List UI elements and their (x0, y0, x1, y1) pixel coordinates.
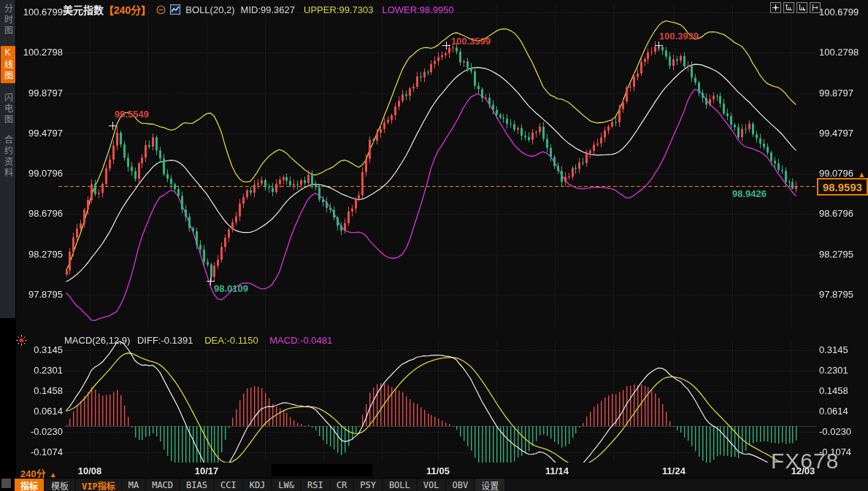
extreme-cross-marker (109, 122, 117, 130)
date-label: 10/17 (195, 465, 219, 476)
toolbar-tab-CR[interactable]: CR (331, 479, 353, 491)
price-tick-left: 98.6796 (18, 208, 63, 219)
boll-mid-value: MID:99.3627 (241, 4, 295, 15)
macd-params: MACD(26,12,9) (64, 335, 130, 346)
sidebar-item-3[interactable]: 合约资料 (1, 135, 15, 179)
price-tick-right: 100.2798 (819, 47, 859, 58)
chart-header: 美元指数 【240分】 BOLL(20,2) MID:99.3627 UPPER… (63, 2, 454, 17)
boll-params: BOLL(20,2) (185, 4, 234, 15)
chart-canvas[interactable] (0, 0, 868, 491)
price-tick-right: 99.8797 (819, 88, 853, 98)
sidebar: 分时图K线图闪电图合约资料 (0, 0, 16, 491)
price-annotation: 100.3599 (451, 36, 491, 47)
pan-right-icon[interactable] (810, 2, 821, 13)
toolbar-tab-KDJ[interactable]: KDJ (244, 479, 272, 491)
price-tick-left: 99.0796 (18, 168, 63, 179)
period-selector[interactable]: 【240分】 (104, 2, 151, 17)
toolbar-tab-LW&[interactable]: LW& (272, 479, 300, 491)
price-tick-left: 100.2798 (18, 47, 63, 58)
date-label: 12/03 (791, 465, 815, 476)
macd-tick-right: 0.2301 (819, 365, 848, 376)
sidebar-menu: 分时图K线图闪电图合约资料 (0, 0, 16, 318)
macd-tick-left: 0.0614 (18, 406, 63, 417)
sidebar-item-1[interactable]: K线图 (1, 46, 15, 83)
price-tick-right: 98.6796 (819, 208, 853, 219)
date-label: 11/05 (426, 465, 450, 476)
price-annotation: 98.9426 (732, 188, 767, 199)
toolbar-tab-PSY[interactable]: PSY (354, 479, 382, 491)
current-price-tag: 98.9593 ▲ (817, 178, 868, 196)
price-annotation: 98.0109 (214, 283, 248, 294)
price-up-arrow-icon: ▲ (858, 170, 866, 179)
macd-dea-value: DEA:-0.1150 (204, 335, 258, 346)
toolbar-tab-MA[interactable]: MA (123, 479, 145, 491)
redacted-label-box (272, 464, 372, 476)
date-label: 10/08 (78, 465, 102, 476)
axis-scale-right-icon[interactable] (796, 2, 807, 13)
date-axis: 240分▲ 10/0810/1711/0511/1411/2412/03 (0, 464, 868, 477)
current-price-value: 98.9593 (823, 181, 862, 193)
macd-tick-right: 0.1458 (819, 385, 848, 396)
price-annotation: 99.5549 (115, 109, 149, 120)
date-label: 11/24 (662, 465, 685, 476)
macd-tick-right: 0.3145 (819, 344, 848, 355)
minus-circle-icon[interactable] (156, 5, 166, 15)
app-window: 分时图K线图闪电图合约资料 美元指数 【240分】 BOLL(20,2) MID… (0, 0, 868, 491)
price-tick-right: 98.2795 (819, 249, 853, 260)
extreme-cross-marker (442, 42, 450, 50)
macd-tick-left: -0.1074 (18, 446, 63, 457)
price-tick-left: 100.6799 (18, 7, 63, 18)
toolbar-tab-模板[interactable]: 模板 (45, 479, 74, 491)
price-tick-left: 98.2795 (18, 249, 63, 260)
price-tick-right: 100.6799 (819, 7, 859, 18)
toolbar-handle[interactable] (1, 479, 11, 488)
macd-tick-right: -0.0230 (819, 426, 851, 437)
macd-diff-value: DIFF:-0.1391 (137, 335, 193, 346)
crosshair-icon[interactable] (770, 2, 781, 13)
boll-upper-value: UPPER:99.7303 (304, 4, 373, 15)
toolbar-tab-MACD[interactable]: MACD (146, 479, 179, 491)
symbol-name: 美元指数 (63, 2, 104, 17)
sidebar-item-2[interactable]: 闪电图 (1, 93, 15, 125)
macd-macd-value: MACD:-0.0481 (269, 335, 332, 346)
toolbar-tab-指标[interactable]: 指标 (15, 479, 44, 491)
price-tick-left: 99.8797 (18, 88, 63, 98)
price-tick-left: 99.4797 (18, 128, 63, 139)
toolbar-tab-设置[interactable]: 设置 (475, 479, 504, 491)
mini-chart-icon[interactable] (170, 4, 180, 15)
macd-tick-left: 0.1458 (18, 385, 63, 396)
indicator-toolbar: 指标模板VIP指标MAMACDBIASCCIKDJLW&RSICRPSYBOLL… (15, 478, 868, 491)
alert-icon[interactable] (16, 335, 27, 349)
price-tick-right: 99.0796 (819, 168, 853, 179)
toolbar-tab-VIP指标[interactable]: VIP指标 (76, 479, 121, 491)
toolbar-tab-VOL[interactable]: VOL (418, 479, 445, 491)
boll-lower-value: LOWER:98.9950 (382, 4, 453, 15)
chart-tool-buttons (770, 2, 821, 13)
toolbar-tab-RSI[interactable]: RSI (302, 479, 329, 491)
price-tick-right: 97.8795 (819, 289, 853, 300)
toolbar-tab-BOLL[interactable]: BOLL (383, 479, 416, 491)
price-annotation: 100.3939 (659, 31, 699, 42)
macd-tick-left: -0.0230 (18, 426, 63, 437)
toolbar-tab-BIAS[interactable]: BIAS (180, 479, 213, 491)
macd-header: MACD(26,12,9) DIFF:-0.1391 DEA:-0.1150 M… (64, 335, 332, 346)
axis-scale-left-icon[interactable] (783, 2, 794, 13)
macd-tick-right: 0.0614 (819, 406, 848, 417)
price-tick-left: 97.8795 (18, 289, 63, 300)
price-tick-right: 99.4797 (819, 128, 853, 139)
toolbar-tab-OBV[interactable]: OBV (446, 479, 474, 491)
extreme-cross-marker (207, 277, 215, 285)
toolbar-tab-CCI[interactable]: CCI (215, 479, 242, 491)
date-label: 11/14 (545, 465, 569, 476)
macd-tick-left: 0.2301 (18, 365, 63, 376)
sidebar-item-0[interactable]: 分时图 (1, 4, 15, 36)
extreme-cross-marker (655, 42, 663, 50)
